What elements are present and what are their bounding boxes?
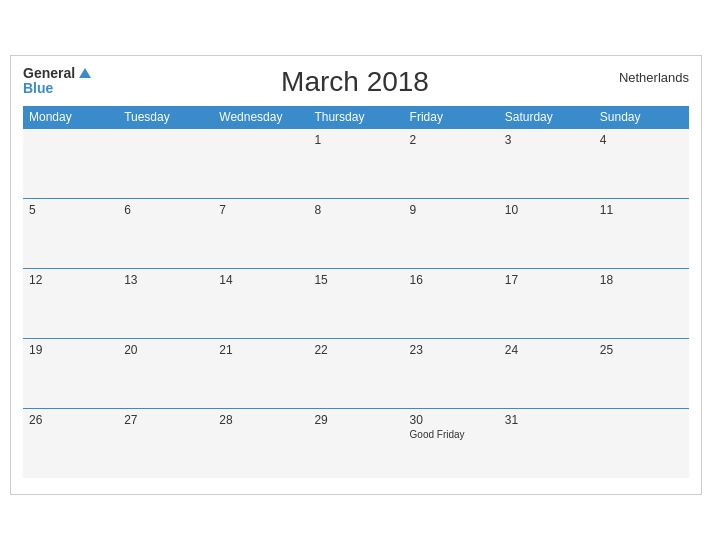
calendar-week-row: 2627282930Good Friday31 [23, 408, 689, 478]
day-number: 8 [314, 203, 397, 217]
calendar-day-cell: 25 [594, 338, 689, 408]
calendar-day-cell: 21 [213, 338, 308, 408]
calendar-week-row: 1234 [23, 128, 689, 198]
day-number: 6 [124, 203, 207, 217]
calendar-title: March 2018 [91, 66, 619, 98]
calendar-week-row: 19202122232425 [23, 338, 689, 408]
calendar-day-cell: 20 [118, 338, 213, 408]
calendar-grid: MondayTuesdayWednesdayThursdayFridaySatu… [23, 106, 689, 479]
calendar-day-cell: 24 [499, 338, 594, 408]
calendar-week-row: 12131415161718 [23, 268, 689, 338]
day-number: 2 [410, 133, 493, 147]
day-number: 10 [505, 203, 588, 217]
day-number: 29 [314, 413, 397, 427]
day-number: 20 [124, 343, 207, 357]
calendar-day-cell [23, 128, 118, 198]
weekday-header: Saturday [499, 106, 594, 129]
day-number: 4 [600, 133, 683, 147]
weekday-header: Sunday [594, 106, 689, 129]
calendar-day-cell: 28 [213, 408, 308, 478]
calendar-day-cell: 17 [499, 268, 594, 338]
day-number: 3 [505, 133, 588, 147]
calendar-header: General Blue March 2018 Netherlands [23, 66, 689, 98]
day-number: 23 [410, 343, 493, 357]
calendar-day-cell [118, 128, 213, 198]
weekday-header: Tuesday [118, 106, 213, 129]
day-number: 17 [505, 273, 588, 287]
day-number: 13 [124, 273, 207, 287]
calendar-day-cell [594, 408, 689, 478]
calendar-day-cell: 29 [308, 408, 403, 478]
day-number: 24 [505, 343, 588, 357]
day-number: 16 [410, 273, 493, 287]
calendar-day-cell: 19 [23, 338, 118, 408]
calendar-day-cell: 23 [404, 338, 499, 408]
calendar-day-cell: 27 [118, 408, 213, 478]
calendar-day-cell: 5 [23, 198, 118, 268]
calendar-day-cell: 3 [499, 128, 594, 198]
day-number: 28 [219, 413, 302, 427]
logo-triangle-icon [79, 68, 91, 78]
weekday-header-row: MondayTuesdayWednesdayThursdayFridaySatu… [23, 106, 689, 129]
calendar-day-cell: 7 [213, 198, 308, 268]
day-number: 25 [600, 343, 683, 357]
day-number: 14 [219, 273, 302, 287]
day-number: 9 [410, 203, 493, 217]
calendar-day-cell: 4 [594, 128, 689, 198]
day-number: 22 [314, 343, 397, 357]
logo-general-text: General [23, 66, 75, 81]
day-number: 18 [600, 273, 683, 287]
calendar-day-cell: 22 [308, 338, 403, 408]
calendar-day-cell: 16 [404, 268, 499, 338]
calendar-day-cell: 12 [23, 268, 118, 338]
logo-blue-text: Blue [23, 81, 91, 96]
day-number: 7 [219, 203, 302, 217]
calendar-day-cell: 14 [213, 268, 308, 338]
day-number: 15 [314, 273, 397, 287]
calendar-day-cell [213, 128, 308, 198]
day-number: 1 [314, 133, 397, 147]
calendar-day-cell: 8 [308, 198, 403, 268]
calendar-container: General Blue March 2018 Netherlands Mond… [10, 55, 702, 496]
calendar-day-cell: 11 [594, 198, 689, 268]
holiday-label: Good Friday [410, 429, 493, 440]
calendar-week-row: 567891011 [23, 198, 689, 268]
calendar-day-cell: 13 [118, 268, 213, 338]
calendar-day-cell: 6 [118, 198, 213, 268]
day-number: 5 [29, 203, 112, 217]
day-number: 27 [124, 413, 207, 427]
weekday-header: Wednesday [213, 106, 308, 129]
logo: General Blue [23, 66, 91, 97]
calendar-day-cell: 26 [23, 408, 118, 478]
day-number: 11 [600, 203, 683, 217]
weekday-header: Friday [404, 106, 499, 129]
weekday-header: Monday [23, 106, 118, 129]
calendar-day-cell: 15 [308, 268, 403, 338]
day-number: 26 [29, 413, 112, 427]
day-number: 21 [219, 343, 302, 357]
calendar-day-cell: 10 [499, 198, 594, 268]
day-number: 12 [29, 273, 112, 287]
calendar-day-cell: 9 [404, 198, 499, 268]
day-number: 19 [29, 343, 112, 357]
day-number: 30 [410, 413, 493, 427]
calendar-day-cell: 31 [499, 408, 594, 478]
calendar-day-cell: 30Good Friday [404, 408, 499, 478]
country-label: Netherlands [619, 66, 689, 85]
day-number: 31 [505, 413, 588, 427]
calendar-day-cell: 1 [308, 128, 403, 198]
calendar-day-cell: 18 [594, 268, 689, 338]
weekday-header: Thursday [308, 106, 403, 129]
calendar-day-cell: 2 [404, 128, 499, 198]
